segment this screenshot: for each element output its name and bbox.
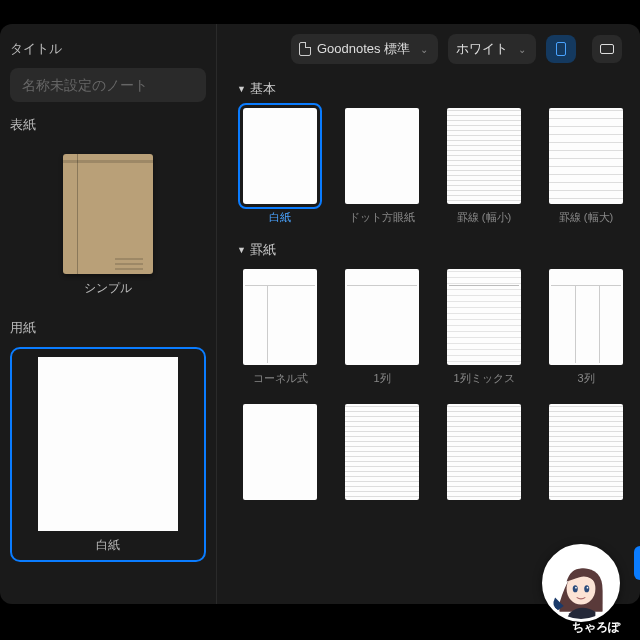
paper-label: 用紙 [10,319,206,337]
template-set-label: Goodnotes 標準 [317,40,410,58]
template-caption: 3列 [577,371,594,386]
paper-thumbnail [38,357,178,531]
paper-color-dropdown[interactable]: ホワイト ⌄ [448,34,536,64]
title-input[interactable] [10,68,206,102]
cover-caption: シンプル [84,280,132,297]
template-thumbnail [447,404,521,500]
template-tile[interactable]: コーネル式 [237,269,323,386]
template-caption: 罫線 (幅大) [559,210,613,225]
template-thumbnail [243,404,317,500]
template-tile[interactable] [441,404,527,506]
template-tile[interactable]: 1列ミックス [441,269,527,386]
svg-point-4 [575,587,577,589]
orientation-portrait[interactable] [546,35,576,63]
template-tile[interactable]: 白紙 [237,108,323,225]
template-tile[interactable]: 罫線 (幅小) [441,108,527,225]
create-button-edge[interactable] [634,546,640,580]
chevron-down-icon: ⌄ [518,44,526,55]
template-tile[interactable]: 1列 [339,269,425,386]
template-caption: 白紙 [269,210,291,225]
template-tile[interactable] [543,404,629,506]
paper-selector[interactable]: 白紙 [10,347,206,562]
avatar [542,544,620,622]
disclosure-triangle-icon: ▼ [237,245,246,255]
template-tile[interactable]: 罫線 (幅大) [543,108,629,225]
template-caption: 罫線 (幅小) [457,210,511,225]
template-caption: 1列 [373,371,390,386]
template-thumbnail [243,108,317,204]
template-thumbnail [549,108,623,204]
template-thumbnail [549,269,623,365]
template-grid: 白紙ドット方眼紙罫線 (幅小)罫線 (幅大) [237,108,632,225]
template-caption: 1列ミックス [453,371,514,386]
template-thumbnail [345,269,419,365]
template-caption: コーネル式 [253,371,308,386]
svg-point-3 [584,585,589,592]
cover-label: 表紙 [10,116,206,134]
svg-point-2 [573,585,578,592]
disclosure-triangle-icon: ▼ [237,84,246,94]
template-thumbnail [345,404,419,500]
landscape-icon [600,44,614,54]
paper-caption: 白紙 [96,537,120,554]
orientation-landscape[interactable] [592,35,622,63]
cover-thumbnail [63,154,153,274]
template-scroll[interactable]: ▼ 基本白紙ドット方眼紙罫線 (幅小)罫線 (幅大)▼ 罫紙コーネル式1列1列ミ… [217,74,640,604]
category-header[interactable]: ▼ 基本 [237,80,632,98]
portrait-icon [556,42,566,56]
cover-selector[interactable]: シンプル [10,144,206,305]
template-thumbnail [447,269,521,365]
toolbar: Goodnotes 標準 ⌄ ホワイト ⌄ [217,24,640,74]
main-panel: Goodnotes 標準 ⌄ ホワイト ⌄ ▼ 基本白紙ドット方眼紙罫線 (幅小… [216,24,640,604]
template-thumbnail [243,269,317,365]
category-header[interactable]: ▼ 罫紙 [237,241,632,259]
template-tile[interactable]: ドット方眼紙 [339,108,425,225]
paper-color-label: ホワイト [456,40,508,58]
new-notebook-modal: タイトル 表紙 シンプル 用紙 白紙 Goodnotes 標準 ⌄ ホワイト ⌄ [0,24,640,604]
document-icon [299,42,311,56]
template-grid: コーネル式1列1列ミックス3列 [237,269,632,506]
template-tile[interactable] [237,404,323,506]
template-set-dropdown[interactable]: Goodnotes 標準 ⌄ [291,34,438,64]
template-thumbnail [345,108,419,204]
orientation-segmented [546,35,576,63]
template-tile[interactable] [339,404,425,506]
svg-point-5 [587,587,589,589]
template-tile[interactable]: 3列 [543,269,629,386]
title-label: タイトル [10,40,206,58]
template-thumbnail [447,108,521,204]
avatar-name: ちゃろぽ [572,619,620,636]
template-thumbnail [549,404,623,500]
template-caption: ドット方眼紙 [349,210,415,225]
chevron-down-icon: ⌄ [420,44,428,55]
sidebar: タイトル 表紙 シンプル 用紙 白紙 [0,24,216,604]
